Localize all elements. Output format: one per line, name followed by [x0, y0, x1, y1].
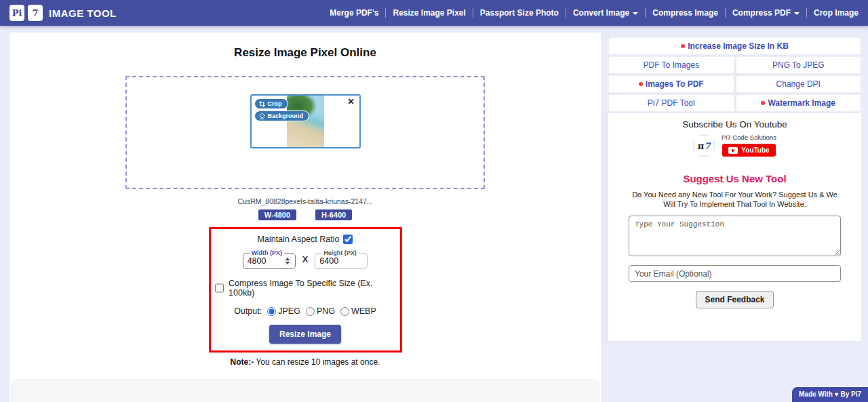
tool-watermark-image[interactable]: Watermark Image	[736, 94, 862, 112]
aspect-ratio-row: Maintain Aspect Ratio	[258, 235, 353, 244]
chevron-down-icon	[794, 12, 800, 15]
note-label: Note:-	[231, 357, 254, 367]
png-radio[interactable]	[306, 307, 315, 316]
paint-background-icon	[259, 113, 265, 119]
article-card: Tired of big images? Did the device stuc…	[12, 380, 599, 402]
dimension-badges: W-4800 H-6400	[9, 209, 601, 220]
pi7-logo[interactable]: Pi 7 IMAGE TOOL	[9, 5, 117, 21]
upload-dropzone[interactable]: Crop Background ✕	[125, 76, 485, 189]
tool-png-to-jpeg[interactable]: PNG To JPEG	[736, 56, 862, 74]
tools-grid: Increase Image Size In KB PDF To Images …	[608, 37, 861, 112]
aspect-ratio-label: Maintain Aspect Ratio	[258, 235, 340, 244]
jpeg-radio[interactable]	[267, 307, 276, 316]
channel-name: Pi7 Code Solutions	[722, 134, 776, 141]
page-body: Resize Image Pixel Online Crop Backgroun…	[0, 26, 868, 402]
compress-checkbox[interactable]	[215, 283, 224, 293]
compress-option-row: Compress Image To Specific Size (Ex. 100…	[215, 279, 396, 298]
height-input[interactable]	[319, 256, 349, 266]
height-badge: H-6400	[315, 209, 352, 220]
height-fieldset: Height (PX)	[315, 249, 368, 269]
step-down-icon	[285, 262, 290, 264]
featured-dot-icon	[761, 101, 765, 105]
uploaded-image-card: Crop Background ✕	[250, 94, 361, 148]
nav-compress-image[interactable]: Compress Image	[646, 8, 726, 18]
email-input[interactable]	[629, 265, 841, 282]
made-with-badge[interactable]: Made With ♥ By Pi7	[791, 386, 868, 402]
logo-box-seven: 7	[28, 5, 43, 21]
output-option-webp[interactable]: WEBP	[340, 306, 376, 316]
featured-dot-icon	[681, 44, 685, 48]
suggest-tool-description: Do You Need any New Tool For Your Work? …	[629, 190, 841, 209]
background-button[interactable]: Background	[254, 110, 310, 121]
dimension-inputs-row: Width (PX) X Height (PX)	[243, 249, 368, 269]
tool-pdf-to-images[interactable]: PDF To Images	[608, 56, 734, 74]
top-navbar: Pi 7 IMAGE TOOL Merge PDF's Resize Image…	[0, 0, 868, 26]
width-fieldset: Width (PX)	[243, 249, 296, 269]
nav-convert-image[interactable]: Convert Image	[566, 8, 646, 18]
nav-resize-image-pixel[interactable]: Resize Image Pixel	[386, 8, 473, 18]
nav-compress-pdf[interactable]: Compress PDF	[726, 8, 807, 18]
crop-button[interactable]: Crop	[254, 98, 288, 109]
remove-image-button[interactable]: ✕	[347, 98, 354, 106]
suggest-tool-title: Suggest Us New Tool	[629, 173, 841, 184]
nav-merge-pdfs[interactable]: Merge PDF's	[323, 8, 386, 18]
sidebar-panel: Subscribe Us On Youtube π7 Pi7 Code Solu…	[608, 113, 861, 341]
sidebar: Increase Image Size In KB PDF To Images …	[608, 37, 861, 341]
resize-settings-panel: Maintain Aspect Ratio Width (PX) X Heigh…	[209, 227, 402, 353]
resize-image-button[interactable]: Resize Image	[269, 325, 341, 344]
logo-box-pi: Pi	[9, 5, 24, 21]
width-input[interactable]	[248, 256, 277, 266]
uploaded-filename: CusRM_80828pexels-talita-kriunas-2147...	[9, 197, 601, 205]
compress-label: Compress Image To Specific Size (Ex. 100…	[229, 279, 395, 298]
subscribe-row: π7 Pi7 Code Solutions YouTube	[629, 134, 841, 157]
brand-title: IMAGE TOOL	[49, 7, 117, 19]
page-title: Resize Image Pixel Online	[9, 46, 601, 60]
width-stepper[interactable]	[284, 257, 291, 265]
send-feedback-button[interactable]: Send Feedback	[696, 291, 773, 308]
aspect-ratio-checkbox[interactable]	[343, 235, 353, 244]
featured-dot-icon	[639, 82, 643, 86]
output-option-jpeg[interactable]: JPEG	[267, 306, 300, 316]
width-input-label: Width (PX)	[250, 249, 284, 256]
width-badge: W-4800	[258, 209, 296, 220]
tool-change-dpi[interactable]: Change DPI	[736, 75, 862, 93]
output-label: Output:	[234, 306, 262, 316]
output-format-row: Output: JPEG PNG WEBP	[234, 306, 376, 316]
tool-increase-image-size-kb[interactable]: Increase Image Size In KB	[608, 37, 861, 55]
beach-image-thumbnail	[287, 96, 324, 147]
dimension-separator: X	[302, 254, 309, 264]
webp-radio[interactable]	[340, 307, 349, 316]
tool-images-to-pdf[interactable]: Images To PDF	[608, 75, 734, 93]
nav-crop-image[interactable]: Crop Image	[807, 8, 859, 18]
suggestion-textarea[interactable]	[629, 216, 841, 256]
main-content: Resize Image Pixel Online Crop Backgroun…	[9, 33, 601, 402]
height-input-label: Height (PX)	[321, 249, 359, 256]
nav-passport-size-photo[interactable]: Passport Size Photo	[473, 8, 566, 18]
crop-icon	[259, 101, 265, 107]
youtube-subscribe-button[interactable]: YouTube	[722, 144, 775, 157]
youtube-play-icon	[728, 147, 738, 154]
pi7-channel-logo: π7	[693, 135, 715, 157]
subscribe-title: Subscribe Us On Youtube	[629, 119, 841, 129]
output-option-png[interactable]: PNG	[306, 306, 335, 316]
nav-links: Merge PDF's Resize Image Pixel Passport …	[323, 8, 859, 18]
step-up-icon	[285, 258, 290, 260]
note-line: Note:- You can resize 10 images at once.	[9, 357, 601, 367]
chevron-down-icon	[633, 12, 638, 15]
tool-pi7-pdf-tool[interactable]: Pi7 PDF Tool	[608, 94, 734, 112]
